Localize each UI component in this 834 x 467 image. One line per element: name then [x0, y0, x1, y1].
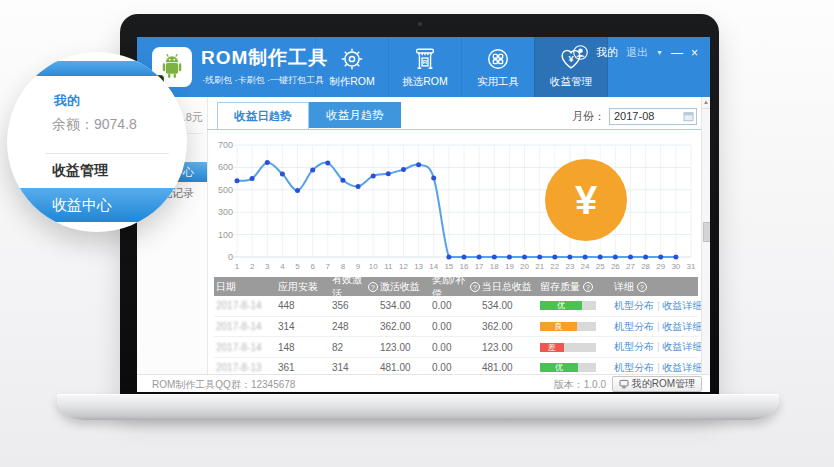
column-header: 当日总收益 [480, 280, 538, 294]
help-icon[interactable]: ? [470, 282, 480, 292]
link-separator: | [654, 362, 663, 373]
divider [45, 153, 169, 154]
laptop-bezel: ROM制作工具 ·线刷包 ·卡刷包 ·一键打包工具 制作ROM [120, 14, 719, 408]
qq-group-text: ROM制作工具QQ群：12345678 [152, 378, 295, 392]
grid-icon [485, 46, 511, 72]
nav-label: 挑选ROM [402, 75, 448, 89]
svg-text:17: 17 [475, 262, 484, 271]
nav-item-make-rom[interactable]: 制作ROM [315, 37, 388, 97]
svg-text:20: 20 [520, 262, 529, 271]
column-header: 有效激活? [330, 273, 378, 301]
svg-text:7: 7 [326, 262, 331, 271]
minimize-button[interactable]: — [671, 47, 683, 59]
detail-link[interactable]: 收益详细 [663, 362, 703, 373]
table-row: 2017-8-14314248362.000.00362.00良机型分布|收益详… [214, 317, 698, 338]
date-cell: 2017-8-14 [214, 300, 276, 311]
nav-item-tools[interactable]: 实用工具 [461, 37, 534, 97]
scroll-up-arrow[interactable]: ▲ [702, 97, 710, 109]
nav-label: 实用工具 [477, 75, 519, 89]
nav-item-pick-rom[interactable]: R 挑选ROM [388, 37, 461, 97]
nav-label: 收益管理 [550, 75, 592, 89]
link-separator: | [654, 341, 663, 352]
svg-text:4: 4 [280, 262, 285, 271]
table-header-row: 日期应用安装有效激活?激活收益奖励/补偿?当日总收益留存质量?详细? [214, 277, 698, 296]
avatar-icon[interactable] [573, 45, 588, 60]
svg-text:11: 11 [384, 262, 393, 271]
value-cell: 534.00 [378, 300, 430, 311]
value-cell: 0.00 [430, 321, 480, 332]
retention-quality-cell: 良 [538, 322, 612, 331]
detail-link[interactable]: 收益详细 [663, 300, 703, 311]
svg-text:0: 0 [228, 252, 233, 262]
svg-text:30: 30 [671, 262, 680, 271]
detail-link[interactable]: 机型分布 [614, 362, 654, 373]
svg-text:1: 1 [235, 262, 240, 271]
content-area: 9074.8元 收益中心 提现记录 收益日趋势 收益月趋势 月份： [137, 97, 710, 375]
column-header: 详细? [612, 280, 698, 294]
svg-text:3: 3 [265, 262, 270, 271]
detail-link[interactable]: 收益详细 [663, 341, 703, 352]
svg-text:700: 700 [218, 140, 233, 150]
my-rom-manage-button[interactable]: 我的ROM管理 [612, 376, 702, 392]
laptop-base [57, 394, 779, 420]
detail-links-cell: 机型分布|收益详细 [612, 361, 698, 375]
logout-link[interactable]: 退出 [626, 45, 648, 60]
nav-label: 制作ROM [329, 75, 375, 89]
column-header: 奖励/补偿? [430, 273, 480, 301]
status-bar: ROM制作工具QQ群：12345678 版本：1.0.0 我的ROM管理 [137, 374, 710, 392]
value-cell: 123.00 [378, 342, 430, 353]
help-icon[interactable]: ? [583, 282, 593, 292]
value-cell: 248 [330, 321, 378, 332]
app-subtitle: ·线刷包 ·卡刷包 ·一键打包工具 [202, 74, 324, 87]
detail-link[interactable]: 机型分布 [614, 300, 654, 311]
svg-text:300: 300 [218, 207, 233, 217]
date-cell: 2017-8-14 [214, 321, 276, 332]
detail-link[interactable]: 机型分布 [614, 341, 654, 352]
quality-bar-fill: 优 [540, 301, 582, 310]
help-icon[interactable]: ? [368, 282, 378, 292]
month-selector: 月份： [572, 107, 697, 125]
gear-icon [339, 46, 365, 72]
yen-badge: ¥ [545, 159, 627, 241]
date-cell: 2017-8-13 [214, 362, 276, 373]
quality-bar-track: 良 [540, 322, 596, 331]
svg-text:16: 16 [460, 262, 469, 271]
column-header: 激活收益 [378, 280, 430, 294]
value-cell: 123.00 [480, 342, 538, 353]
tab-monthly-trend[interactable]: 收益月趋势 [309, 102, 401, 128]
retention-quality-cell: 优 [538, 363, 612, 372]
scrollbar-thumb[interactable] [703, 222, 710, 242]
value-cell: 314 [330, 362, 378, 373]
version-text: 版本：1.0.0 [554, 378, 606, 392]
svg-text:18: 18 [490, 262, 499, 271]
monitor-icon [619, 379, 629, 389]
magnifier-content: 我的 余额：9074.8 收益管理 收益中心 [7, 52, 187, 232]
help-icon[interactable]: ? [637, 282, 647, 292]
quality-bar-fill: 差 [540, 343, 564, 352]
my-rom-manage-label: 我的ROM管理 [632, 377, 695, 391]
column-header: 日期 [214, 280, 276, 294]
month-label: 月份： [572, 109, 605, 124]
detail-link[interactable]: 收益详细 [663, 321, 703, 332]
user-name[interactable]: 我的 [596, 45, 618, 60]
magnified-menu-earnings-manage[interactable]: 收益管理 [52, 162, 108, 180]
svg-text:9: 9 [356, 262, 361, 271]
quality-bar-fill: 良 [540, 322, 577, 331]
svg-text:600: 600 [218, 162, 233, 172]
value-cell: 481.00 [378, 362, 430, 373]
detail-links-cell: 机型分布|收益详细 [612, 320, 698, 334]
detail-link[interactable]: 机型分布 [614, 321, 654, 332]
calendar-icon[interactable] [683, 111, 694, 122]
value-cell: 314 [276, 321, 330, 332]
app-header: ROM制作工具 ·线刷包 ·卡刷包 ·一键打包工具 制作ROM [137, 37, 710, 97]
close-button[interactable]: × [691, 47, 698, 59]
magnified-section-title: 我的 [54, 92, 80, 110]
chevron-down-icon[interactable]: ▼ [656, 49, 663, 56]
svg-text:24: 24 [581, 262, 590, 271]
tab-daily-trend[interactable]: 收益日趋势 [217, 102, 309, 129]
link-separator: | [654, 300, 663, 311]
vertical-scrollbar[interactable]: ▲ [701, 97, 710, 375]
detail-links-cell: 机型分布|收益详细 [612, 299, 698, 313]
value-cell: 82 [330, 342, 378, 353]
value-cell: 448 [276, 300, 330, 311]
